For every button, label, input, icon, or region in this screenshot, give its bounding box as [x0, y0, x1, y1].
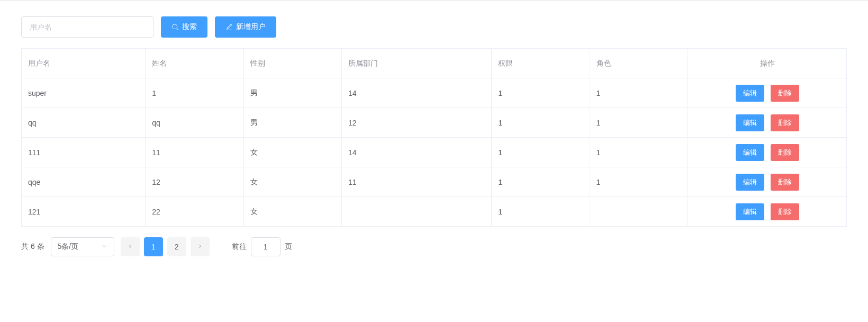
col-department: 所属部门: [342, 49, 492, 78]
cell-name: qq: [146, 108, 243, 138]
cell-username: 111: [22, 138, 146, 167]
edit-button[interactable]: 编辑: [736, 114, 764, 131]
table-row: qqe12女1111编辑删除: [22, 167, 847, 197]
cell-gender: 男: [243, 78, 341, 108]
edit-icon: [225, 23, 233, 31]
pagination: 共 6 条 5条/页 12 前往 页: [21, 237, 847, 256]
cell-name: 12: [146, 167, 243, 197]
toolbar: 搜索 新增用户: [21, 16, 847, 38]
col-role: 角色: [590, 49, 688, 78]
cell-department: 14: [342, 138, 492, 167]
page-number-button[interactable]: 1: [144, 237, 163, 256]
edit-button[interactable]: 编辑: [736, 174, 764, 191]
cell-username: qqe: [22, 167, 146, 197]
chevron-left-icon: [127, 243, 133, 251]
add-user-button-label: 新增用户: [236, 22, 266, 32]
goto-page-input[interactable]: [251, 237, 281, 256]
username-search-input[interactable]: [21, 16, 153, 38]
prev-page-button[interactable]: [121, 237, 140, 256]
cell-permission: 1: [492, 108, 590, 138]
cell-username: 121: [22, 197, 146, 227]
delete-button[interactable]: 删除: [771, 85, 799, 102]
col-permission: 权限: [492, 49, 590, 78]
col-name: 姓名: [146, 49, 243, 78]
goto-prefix: 前往: [232, 242, 247, 252]
cell-department: 14: [342, 78, 492, 108]
cell-username: super: [22, 78, 146, 108]
table-row: qqqq男1211编辑删除: [22, 108, 847, 138]
search-icon: [171, 23, 179, 31]
cell-gender: 女: [243, 197, 341, 227]
col-gender: 性别: [243, 49, 341, 78]
cell-permission: 1: [492, 197, 590, 227]
cell-department: [342, 197, 492, 227]
page-number-button[interactable]: 2: [167, 237, 186, 256]
cell-name: 22: [146, 197, 243, 227]
page-size-label: 5条/页: [58, 242, 79, 252]
next-page-button[interactable]: [191, 237, 210, 256]
search-button-label: 搜索: [182, 22, 197, 32]
cell-permission: 1: [492, 78, 590, 108]
page-size-select[interactable]: 5条/页: [51, 237, 114, 256]
goto-suffix: 页: [285, 242, 292, 252]
table-row: 11111女1411编辑删除: [22, 138, 847, 167]
delete-button[interactable]: 删除: [771, 203, 799, 220]
cell-role: 1: [590, 167, 688, 197]
table-row: super1男1411编辑删除: [22, 78, 847, 108]
cell-gender: 男: [243, 108, 341, 138]
chevron-right-icon: [197, 243, 203, 251]
chevron-down-icon: [101, 243, 107, 251]
delete-button[interactable]: 删除: [771, 114, 799, 131]
users-table: 用户名 姓名 性别 所属部门 权限 角色 操作 super1男1411编辑删除q…: [21, 48, 847, 227]
col-username: 用户名: [22, 49, 146, 78]
cell-gender: 女: [243, 138, 341, 167]
cell-name: 1: [146, 78, 243, 108]
add-user-button[interactable]: 新增用户: [215, 16, 276, 38]
cell-department: 12: [342, 108, 492, 138]
cell-role: 1: [590, 78, 688, 108]
edit-button[interactable]: 编辑: [736, 85, 764, 102]
edit-button[interactable]: 编辑: [736, 144, 764, 161]
cell-permission: 1: [492, 138, 590, 167]
edit-button[interactable]: 编辑: [736, 203, 764, 220]
cell-role: 1: [590, 108, 688, 138]
delete-button[interactable]: 删除: [771, 174, 799, 191]
table-row: 12122女1编辑删除: [22, 197, 847, 227]
cell-role: 1: [590, 138, 688, 167]
cell-gender: 女: [243, 167, 341, 197]
cell-permission: 1: [492, 167, 590, 197]
cell-department: 11: [342, 167, 492, 197]
cell-role: [590, 197, 688, 227]
cell-name: 11: [146, 138, 243, 167]
col-operation: 操作: [688, 49, 847, 78]
cell-username: qq: [22, 108, 146, 138]
total-text: 共 6 条: [21, 242, 44, 252]
search-button[interactable]: 搜索: [161, 16, 207, 38]
delete-button[interactable]: 删除: [771, 144, 799, 161]
